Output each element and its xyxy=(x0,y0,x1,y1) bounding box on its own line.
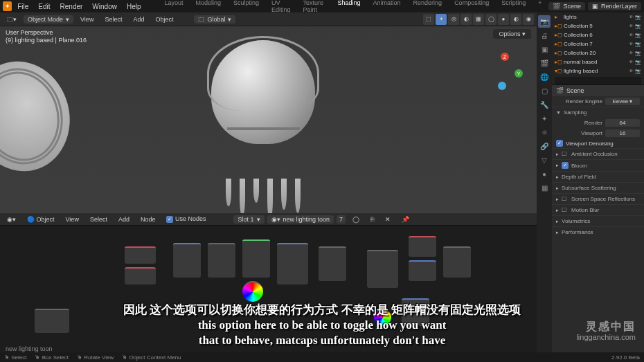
outliner-row[interactable]: ▸◻Collection 5👁 📷 xyxy=(552,21,644,30)
orientation-dropdown[interactable]: ⬚Global▾ xyxy=(194,15,235,24)
outliner-row[interactable]: ▾◻lighting based👁 📷 xyxy=(552,66,644,75)
shader-node[interactable] xyxy=(277,243,308,284)
prop-tab-viewlayer-icon[interactable]: ▣ xyxy=(538,43,551,55)
shader-node[interactable] xyxy=(125,246,156,264)
menu-window[interactable]: Window xyxy=(88,1,121,12)
prop-tab-physics-icon[interactable]: ⚛ xyxy=(538,126,551,138)
vp-menu-add[interactable]: Add xyxy=(129,15,148,24)
prop-tab-render-icon[interactable]: 📷 xyxy=(538,15,551,28)
menu-render[interactable]: Render xyxy=(56,1,87,12)
shader-node[interactable] xyxy=(125,267,156,284)
prop-tab-object-icon[interactable]: ▢ xyxy=(538,84,551,97)
section-sss[interactable]: ▸Subsurface Scattering xyxy=(552,182,644,193)
overlay-icon[interactable]: ◐ xyxy=(460,14,472,25)
sampling-section[interactable]: ▼Sampling xyxy=(552,107,644,118)
shader-node[interactable] xyxy=(173,243,201,278)
section-ssr[interactable]: ▸☐Screen Space Reflections xyxy=(552,193,644,204)
node-menu-node[interactable]: Node xyxy=(136,215,160,224)
shader-node[interactable] xyxy=(242,239,270,278)
node-editor-type-icon[interactable]: ◉▾ xyxy=(3,215,20,224)
node-menu-select[interactable]: Select xyxy=(86,215,111,224)
prop-tab-data-icon[interactable]: ▽ xyxy=(538,154,551,166)
prop-tab-output-icon[interactable]: 🖨 xyxy=(538,29,551,42)
axis-y-icon[interactable]: Y xyxy=(515,69,523,78)
visibility-icons[interactable]: 👁 📷 xyxy=(629,15,641,20)
xray-icon[interactable]: ▦ xyxy=(473,14,484,25)
prop-tab-modifier-icon[interactable]: 🔧 xyxy=(538,98,551,111)
gizmo-icon[interactable]: ◎ xyxy=(448,14,459,25)
section-dof[interactable]: ▸Depth of Field xyxy=(552,171,644,182)
node-mode[interactable]: 🔵 Object xyxy=(23,215,59,224)
snap-icon[interactable]: ✦ xyxy=(436,14,447,25)
material-unlink-icon[interactable]: ✕ xyxy=(381,215,395,224)
viewport-samples-input[interactable]: 16 xyxy=(605,129,640,137)
material-users[interactable]: 7 xyxy=(337,215,346,224)
section-motionblur[interactable]: ▸☐Motion Blur xyxy=(552,204,644,215)
menu-edit[interactable]: Edit xyxy=(34,1,54,12)
node-menu-add[interactable]: Add xyxy=(114,215,134,224)
color-wheel-node[interactable] xyxy=(374,309,391,326)
collection-icon: ▸ xyxy=(555,14,562,20)
shader-node[interactable] xyxy=(35,309,69,333)
slot-dropdown[interactable]: Slot 1 ▾ xyxy=(233,215,264,224)
editor-type-icon[interactable]: ⬚▾ xyxy=(3,15,21,24)
shading-material-icon[interactable]: ◐ xyxy=(510,14,521,25)
outliner-row[interactable]: ▸ lights 👁 📷 xyxy=(552,12,644,21)
node-editor-header: ◉▾ 🔵 Object View Select Add Node ✓ Use N… xyxy=(0,213,537,226)
section-bloom[interactable]: ▸✓Bloom xyxy=(552,159,644,171)
shader-node[interactable] xyxy=(367,250,398,288)
outliner-row[interactable]: ▸◻Collection 6👁 📷 xyxy=(552,30,644,39)
color-wheel-node[interactable] xyxy=(242,281,263,302)
prop-tab-texture-icon[interactable]: ▦ xyxy=(538,181,551,194)
node-menu-view[interactable]: View xyxy=(62,215,83,224)
collection-icon: ▸◻ xyxy=(555,41,562,47)
material-copy-icon[interactable]: ⎘ xyxy=(366,215,378,224)
outliner-search-input[interactable] xyxy=(555,77,641,85)
3d-viewport[interactable]: User Perspective (9) lighting based | Pl… xyxy=(0,26,537,213)
shader-node[interactable] xyxy=(409,260,436,281)
select-mode-icon[interactable]: ⬚ xyxy=(423,14,434,25)
section-volumetrics[interactable]: ▸Volumetrics xyxy=(552,215,644,226)
material-new-icon[interactable]: ◯ xyxy=(348,215,364,224)
shader-node[interactable] xyxy=(319,246,346,281)
mode-dropdown[interactable]: Object Mode▾ xyxy=(24,15,73,24)
section-performance[interactable]: ▸Performance xyxy=(552,226,644,237)
watermark: 灵感中国 lingganchina.com xyxy=(576,320,636,341)
renderlayer-field[interactable]: ▣RenderLayer xyxy=(588,2,641,10)
scene-field[interactable]: 🎬Scene xyxy=(548,2,585,10)
shading-solid-icon[interactable]: ● xyxy=(498,14,509,25)
outliner-row[interactable]: ▸◻normal based👁 📷 xyxy=(552,57,644,66)
axis-neg-icon[interactable] xyxy=(498,82,506,90)
shader-node[interactable] xyxy=(409,236,436,257)
prop-tab-material-icon[interactable]: ● xyxy=(538,168,551,180)
vp-menu-object[interactable]: Object xyxy=(151,15,177,24)
menu-file[interactable]: File xyxy=(13,1,33,12)
prop-scene-header[interactable]: 🎬Scene xyxy=(552,85,644,96)
denoise-checkbox[interactable]: ✓ xyxy=(556,140,563,147)
shader-node[interactable] xyxy=(402,298,429,326)
prop-tab-scene-icon[interactable]: 🎬 xyxy=(538,57,551,69)
axis-z-icon[interactable]: Z xyxy=(501,53,509,61)
prop-tab-particle-icon[interactable]: ✦ xyxy=(538,112,551,125)
material-pin-icon[interactable]: 📌 xyxy=(397,215,413,224)
menu-help[interactable]: Help xyxy=(123,1,145,12)
prop-tab-world-icon[interactable]: 🌐 xyxy=(538,71,551,83)
blender-logo-icon[interactable]: ✦ xyxy=(3,1,12,11)
shader-node[interactable] xyxy=(443,246,471,278)
viewport-options[interactable]: Options ▾ xyxy=(493,29,531,39)
engine-dropdown[interactable]: Eevee ▾ xyxy=(605,98,640,105)
prop-tab-constraint-icon[interactable]: 🔗 xyxy=(538,140,551,152)
outliner-row[interactable]: ▸◻Collection 7👁 📷 xyxy=(552,39,644,48)
outliner-row[interactable]: ▸◻Collection 20👁 📷 xyxy=(552,48,644,57)
nav-gizmo[interactable]: Z Y xyxy=(488,54,523,89)
vp-menu-select[interactable]: Select xyxy=(100,15,126,24)
node-canvas[interactable]: new lighting toon xyxy=(0,226,537,354)
material-field[interactable]: ◉▾new lighting toon xyxy=(267,215,334,224)
vp-menu-view[interactable]: View xyxy=(76,15,98,24)
shader-node[interactable] xyxy=(208,243,235,278)
section-ao[interactable]: ▸☐Ambient Occlusion xyxy=(552,148,644,159)
render-samples-input[interactable]: 64 xyxy=(605,119,640,127)
shading-wire-icon[interactable]: ◯ xyxy=(485,14,497,25)
shading-rendered-icon[interactable]: ◉ xyxy=(523,14,534,25)
use-nodes-checkbox[interactable]: ✓ Use Nodes xyxy=(162,215,210,224)
